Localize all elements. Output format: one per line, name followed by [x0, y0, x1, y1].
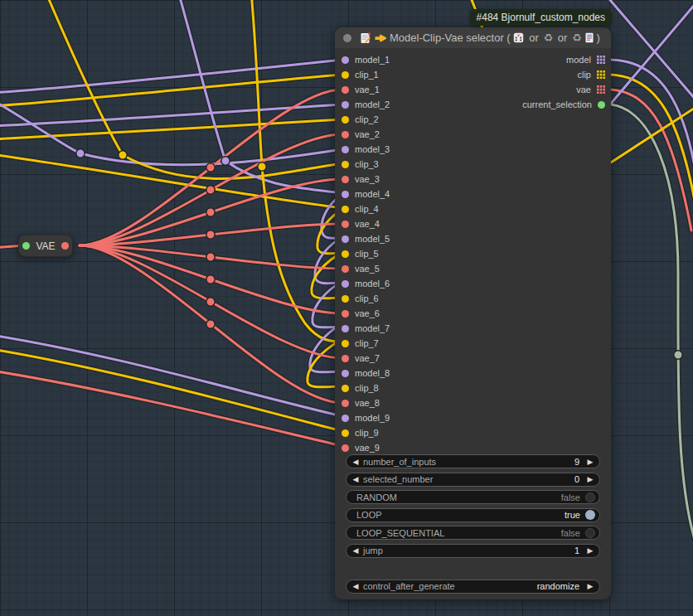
input-row-clip_5: clip_5: [335, 246, 501, 261]
input-row-model_4: model_4: [335, 187, 501, 201]
input-row-clip_9: clip_9: [335, 425, 501, 440]
dice-icon: [513, 32, 524, 43]
link-midpoint-dot: [119, 151, 127, 159]
input-row-vae_3: vae_3: [335, 172, 501, 187]
wire: [80, 90, 342, 245]
input-socket-model_3[interactable]: [342, 146, 349, 153]
toggle-knob[interactable]: [585, 492, 595, 502]
widget-value: false: [561, 528, 585, 538]
input-label: model_8: [355, 368, 390, 378]
decrement-arrow[interactable]: ◀: [350, 582, 361, 590]
input-socket-vae_6[interactable]: [342, 310, 349, 318]
output-row-model: model: [445, 52, 611, 67]
wire: [80, 245, 342, 403]
output-socket-current_selection[interactable]: [598, 101, 605, 109]
vae-node[interactable]: VAE: [18, 235, 73, 257]
widget-selected_number[interactable]: ◀selected_number0▶: [346, 473, 600, 487]
input-socket-clip_3[interactable]: [342, 161, 349, 168]
input-socket-model_9[interactable]: [342, 415, 349, 422]
output-socket-vae[interactable]: [597, 85, 605, 94]
input-label: model_5: [355, 234, 390, 244]
output-label: model: [566, 55, 591, 65]
input-socket-clip_4[interactable]: [342, 206, 349, 213]
wire: [0, 75, 342, 106]
input-socket-vae_9[interactable]: [342, 444, 349, 452]
link-midpoint-dot: [206, 320, 215, 328]
increment-arrow[interactable]: ▶: [584, 582, 596, 590]
input-row-clip_7: clip_7: [335, 336, 501, 351]
graph-canvas[interactable]: VAE Model-Clip-Vae selector ( or ♻ or: [0, 0, 693, 616]
input-socket-clip_9[interactable]: [342, 429, 349, 437]
widget-value: false: [561, 492, 585, 502]
input-socket-model_2[interactable]: [342, 101, 349, 109]
input-socket-model_4[interactable]: [342, 191, 349, 198]
increment-arrow[interactable]: ▶: [584, 458, 596, 466]
input-label: clip_4: [355, 204, 379, 214]
input-socket-clip_6[interactable]: [342, 295, 349, 303]
output-socket-clip[interactable]: [597, 70, 605, 79]
input-label: clip_1: [355, 70, 379, 80]
pointing-hand-icon: [375, 32, 387, 43]
input-socket-model_6[interactable]: [342, 280, 349, 288]
input-label: clip_3: [355, 159, 379, 169]
widget-LOOP[interactable]: LOOPtrue: [346, 508, 600, 522]
toggle-knob[interactable]: [585, 528, 595, 538]
input-socket-vae_3[interactable]: [342, 176, 349, 183]
input-row-clip_3: clip_3: [335, 157, 501, 172]
wire: [80, 245, 342, 313]
link-midpoint-dot: [258, 162, 266, 171]
wire: [80, 224, 342, 245]
input-socket-model_8[interactable]: [342, 370, 349, 377]
wire: [80, 90, 342, 245]
output-socket-model[interactable]: [597, 56, 605, 64]
widget-RANDOM[interactable]: RANDOMfalse: [346, 490, 600, 504]
increment-arrow[interactable]: ▶: [584, 546, 596, 555]
input-socket-clip_8[interactable]: [342, 385, 349, 392]
input-socket-model_7[interactable]: [342, 325, 349, 332]
input-socket-clip_5[interactable]: [342, 250, 349, 258]
input-socket-vae_8[interactable]: [342, 400, 349, 407]
wire: [0, 371, 342, 446]
wire: [46, 0, 342, 178]
model-clip-vae-selector-node[interactable]: Model-Clip-Vae selector ( or ♻ or ♻ ) mo…: [335, 27, 611, 599]
widget-label: jump: [361, 546, 574, 555]
vae-node-input-socket[interactable]: [22, 242, 30, 250]
wire: [0, 60, 342, 93]
increment-arrow[interactable]: ▶: [584, 475, 596, 483]
wire: [80, 245, 342, 269]
input-row-model_3: model_3: [335, 142, 501, 157]
decrement-arrow[interactable]: ◀: [350, 546, 361, 555]
wire: [178, 0, 342, 193]
input-socket-vae_5[interactable]: [342, 265, 349, 273]
widget-number_of_inputs[interactable]: ◀number_of_inputs9▶: [346, 454, 600, 468]
input-socket-model_1[interactable]: [342, 56, 349, 64]
decrement-arrow[interactable]: ◀: [350, 458, 361, 466]
link-midpoint-dot: [206, 230, 215, 239]
widget-value: randomize: [537, 581, 584, 591]
widget-value: 9: [574, 457, 584, 467]
input-socket-vae_1[interactable]: [342, 86, 349, 94]
input-socket-clip_2[interactable]: [342, 116, 349, 124]
output-label: vae: [576, 85, 591, 95]
toggle-knob[interactable]: [585, 510, 595, 520]
input-socket-clip_1[interactable]: [342, 71, 349, 79]
input-socket-clip_7[interactable]: [342, 340, 349, 347]
widget-LOOP_SEQUENTIAL[interactable]: LOOP_SEQUENTIALfalse: [346, 526, 600, 540]
input-socket-vae_7[interactable]: [342, 355, 349, 362]
node-titlebar[interactable]: Model-Clip-Vae selector ( or ♻ or ♻ ): [335, 27, 611, 48]
wire: [0, 335, 342, 416]
widget-jump[interactable]: ◀jump1▶: [346, 544, 600, 558]
widget-control_after_generate[interactable]: ◀control_after_generaterandomize▶: [346, 580, 600, 594]
input-socket-vae_2[interactable]: [342, 131, 349, 138]
input-row-clip_4: clip_4: [335, 201, 501, 216]
input-socket-vae_4[interactable]: [342, 221, 349, 228]
widget-value: 1: [574, 546, 584, 555]
widget-label: control_after_generate: [361, 581, 537, 591]
decrement-arrow[interactable]: ◀: [350, 475, 361, 483]
vae-node-output-socket[interactable]: [61, 242, 69, 250]
wire: [0, 119, 342, 139]
input-label: clip_6: [355, 293, 379, 303]
link-midpoint-dot: [221, 157, 230, 165]
input-socket-model_5[interactable]: [342, 235, 349, 243]
collapse-dot[interactable]: [343, 34, 351, 42]
